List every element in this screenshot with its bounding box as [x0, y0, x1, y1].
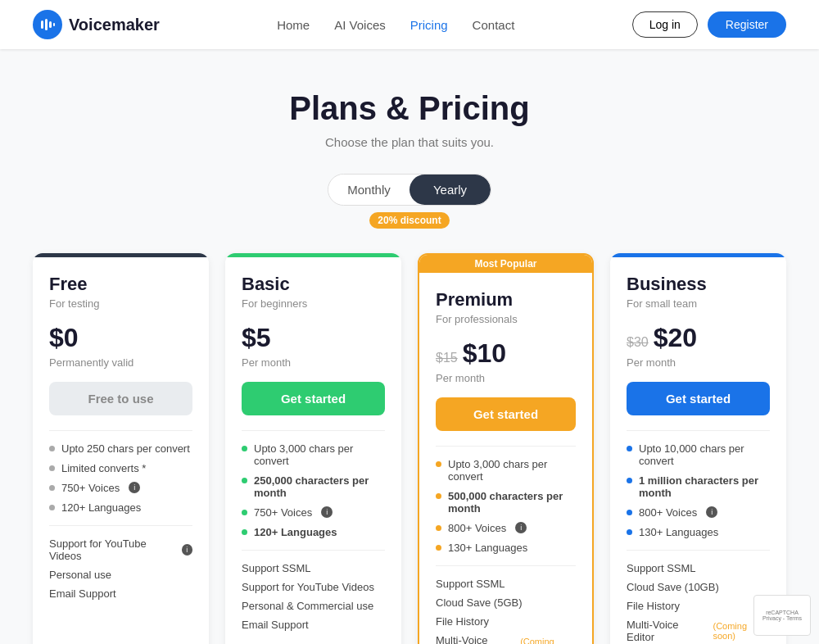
premium-price-original: $15	[436, 351, 458, 365]
basic-price: $5	[242, 323, 271, 353]
recaptcha-widget: reCAPTCHAPrivacy - Terms	[753, 595, 811, 636]
business-btn[interactable]: Get started	[627, 382, 770, 415]
basic-plan-desc: For beginners	[242, 297, 385, 310]
premium-btn[interactable]: Get started	[436, 397, 576, 431]
business-extra-4: Multi-Voice Editor (Coming soon)	[627, 619, 770, 643]
nav-ai-voices[interactable]: AI Voices	[334, 18, 386, 32]
nav-buttons: Log in Register	[632, 11, 786, 38]
business-extra-2: Cloud Save (10GB)	[627, 581, 770, 593]
premium-dot-1	[436, 461, 441, 467]
business-dot-2	[627, 478, 632, 483]
free-dot-1	[49, 446, 55, 451]
premium-feature-3: 800+ Voices i	[436, 522, 576, 534]
svg-rect-0	[41, 20, 43, 29]
plan-premium: Most Popular Premium For professionals $…	[418, 253, 594, 644]
free-dot-4	[49, 505, 55, 510]
basic-features: Upto 3,000 chars per convert 250,000 cha…	[242, 430, 385, 538]
plan-basic: Basic For beginners $5 Per month Get sta…	[225, 253, 401, 644]
free-extra-2: Personal use	[49, 569, 192, 581]
register-button[interactable]: Register	[708, 11, 786, 38]
basic-dot-4	[242, 529, 247, 535]
voices-info-icon-business[interactable]: i	[706, 506, 717, 518]
free-dot-2	[49, 465, 55, 471]
premium-extra-2: Cloud Save (5GB)	[436, 596, 576, 609]
premium-feature-1: Upto 3,000 chars per convert	[436, 458, 576, 483]
plan-free: Free For testing $0 Permanently valid Fr…	[33, 253, 209, 644]
business-dot-3	[627, 510, 632, 515]
basic-card-body: Basic For beginners $5 Per month Get sta…	[225, 257, 401, 644]
business-price-original: $30	[627, 335, 649, 350]
billing-toggle[interactable]: Monthly Yearly	[328, 174, 491, 206]
business-feature-4: 130+ Languages	[627, 526, 770, 538]
business-period: Per month	[627, 356, 770, 369]
premium-feature-4: 130+ Languages	[436, 542, 576, 554]
business-features: Upto 10,000 chars per convert 1 million …	[627, 430, 770, 538]
premium-dot-3	[436, 525, 441, 531]
voices-info-icon-free[interactable]: i	[129, 482, 140, 493]
logo-icon	[33, 10, 62, 39]
premium-extras: Support SSML Cloud Save (5GB) File Histo…	[436, 565, 576, 644]
plans-grid: Free For testing $0 Permanently valid Fr…	[33, 253, 786, 644]
nav-home[interactable]: Home	[277, 18, 310, 32]
free-features: Upto 250 chars per convert Limited conve…	[49, 430, 192, 514]
plan-business: Business For small team $30 $20 Per mont…	[610, 253, 786, 644]
business-plan-name: Business	[627, 274, 770, 295]
logo[interactable]: Voicemaker	[33, 10, 160, 39]
toggle-yearly[interactable]: Yearly	[410, 175, 491, 205]
free-feature-1: Upto 250 chars per convert	[49, 442, 192, 455]
business-price: $20	[654, 323, 697, 353]
page-subtitle: Choose the plan that suits you.	[33, 135, 786, 149]
free-price: $0	[49, 323, 79, 353]
popular-badge: Most Popular	[419, 255, 592, 273]
free-feature-2: Limited converts *	[49, 462, 192, 474]
basic-extras: Support SSML Support for YouTube Videos …	[242, 550, 385, 631]
free-feature-4: 120+ Languages	[49, 501, 192, 514]
business-extras: Support SSML Cloud Save (10GB) File Hist…	[627, 550, 770, 644]
free-dot-3	[49, 485, 55, 491]
basic-dot-2	[242, 478, 247, 483]
nav-contact[interactable]: Contact	[473, 18, 515, 32]
business-feature-2: 1 million characters per month	[627, 474, 770, 499]
main-content: Plans & Pricing Choose the plan that sui…	[0, 49, 819, 644]
free-card-body: Free For testing $0 Permanently valid Fr…	[33, 257, 209, 623]
discount-badge: 20% discount	[369, 212, 449, 229]
main-nav: Home AI Voices Pricing Contact	[277, 18, 514, 32]
business-feature-3: 800+ Voices i	[627, 506, 770, 519]
premium-feature-2: 500,000 characters per month	[436, 490, 576, 515]
login-button[interactable]: Log in	[632, 11, 698, 38]
header: Voicemaker Home AI Voices Pricing Contac…	[0, 0, 819, 49]
premium-card-body: Premium For professionals $15 $10 Per mo…	[419, 273, 592, 644]
free-btn[interactable]: Free to use	[49, 382, 192, 415]
basic-feature-4: 120+ Languages	[242, 526, 385, 538]
free-period: Permanently valid	[49, 356, 192, 369]
business-dot-4	[627, 529, 632, 535]
logo-text: Voicemaker	[69, 16, 160, 34]
premium-features: Upto 3,000 chars per convert 500,000 cha…	[436, 446, 576, 554]
toggle-monthly[interactable]: Monthly	[328, 175, 410, 205]
premium-plan-desc: For professionals	[436, 313, 576, 325]
svg-rect-3	[53, 23, 55, 26]
basic-extra-3: Personal & Commercial use	[242, 600, 385, 612]
basic-extra-1: Support SSML	[242, 562, 385, 574]
basic-dot-1	[242, 446, 247, 451]
business-extra-1: Support SSML	[627, 562, 770, 574]
voices-info-icon-basic[interactable]: i	[321, 506, 333, 518]
premium-extra-4: Multi-Voice Editor (Coming soon)	[436, 634, 576, 644]
business-dot-1	[627, 446, 632, 451]
nav-pricing[interactable]: Pricing	[410, 18, 448, 32]
free-plan-desc: For testing	[49, 297, 192, 310]
basic-plan-name: Basic	[242, 274, 385, 295]
basic-feature-2: 250,000 characters per month	[242, 474, 385, 499]
svg-rect-1	[45, 19, 48, 30]
basic-feature-1: Upto 3,000 chars per convert	[242, 442, 385, 467]
basic-extra-2: Support for YouTube Videos	[242, 581, 385, 593]
premium-price: $10	[463, 338, 506, 369]
basic-btn[interactable]: Get started	[242, 382, 385, 415]
free-extras: Support for YouTube Videos i Personal us…	[49, 525, 192, 600]
voices-info-icon-premium[interactable]: i	[515, 522, 527, 533]
free-plan-name: Free	[49, 274, 192, 295]
premium-dot-2	[436, 493, 441, 499]
basic-dot-3	[242, 510, 247, 515]
youtube-info-icon-free[interactable]: i	[182, 544, 192, 556]
basic-feature-3: 750+ Voices i	[242, 506, 385, 519]
